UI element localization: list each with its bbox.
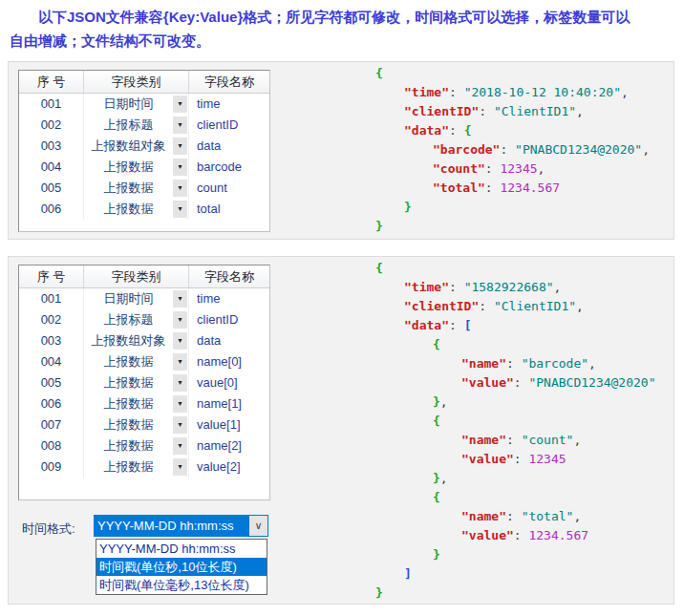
field-type-dropdown-button[interactable]: ▾ (173, 159, 187, 176)
json-token: : (506, 356, 522, 371)
json-code-line: "time": "2018-10-12 10:40:20", (375, 83, 650, 102)
field-type-dropdown-button[interactable]: ▾ (173, 117, 187, 134)
field-type-select[interactable]: 上报数据▾ (84, 178, 189, 199)
json-token: , (538, 161, 545, 176)
field-type-select[interactable]: 上报标题▾ (84, 309, 189, 330)
row-number: 009 (19, 457, 84, 478)
json-code-line: "value": 12345 (375, 450, 656, 469)
time-format-select[interactable]: YYYY-MM-DD hh:mm:ss ∨ (94, 515, 268, 537)
time-format-label: 时间格式: (22, 520, 75, 538)
table-row: 002上报标题▾clientID (19, 309, 269, 330)
table-row: 001日期时间▾time (19, 94, 269, 115)
json-code-line: "value": "PNABCD1234@2020" (375, 373, 656, 393)
field-name-input[interactable]: barcode (189, 157, 269, 178)
field-type-dropdown-button[interactable]: ▾ (173, 290, 187, 308)
json-token: , (554, 280, 562, 294)
field-name-input[interactable]: clientID (189, 309, 269, 330)
field-type-select[interactable]: 上报标题▾ (84, 115, 189, 136)
field-type-dropdown-button[interactable]: ▾ (173, 458, 187, 476)
json-code-line: { (375, 64, 650, 83)
time-format-option[interactable]: YYYY-MM-DD hh:mm:ss (96, 540, 267, 558)
json-code-line: }, (375, 393, 656, 412)
field-name-input[interactable]: vaue[0] (189, 372, 269, 393)
json-token: { (433, 337, 440, 351)
json-code-line: { (375, 488, 656, 507)
field-type-dropdown-button[interactable]: ▾ (173, 332, 187, 350)
row-number: 004 (19, 351, 84, 372)
json-token: "name" (461, 509, 506, 523)
fields-table: 序 号字段类别字段名称001日期时间▾time002上报标题▾clientID0… (18, 70, 270, 232)
row-number: 002 (19, 309, 84, 330)
field-name-input[interactable]: time (189, 94, 269, 115)
field-name-input[interactable]: value[2] (189, 457, 269, 478)
row-number: 007 (19, 414, 84, 435)
json-code-line: }, (375, 469, 656, 488)
json-token: [ (464, 318, 472, 332)
combo-dropdown-button[interactable]: ∨ (248, 516, 267, 536)
json-token: "value" (461, 528, 514, 542)
json-code-line: } (375, 545, 656, 564)
field-type-select[interactable]: 上报数据▾ (84, 199, 189, 220)
json-code-line: "total": 1234.567 (375, 179, 650, 198)
field-type-dropdown-button[interactable]: ▾ (173, 416, 187, 434)
field-name-input[interactable]: value[1] (189, 414, 269, 435)
time-format-option[interactable]: 时间戳(单位毫秒,13位长度) (96, 576, 267, 594)
json-token: : (506, 509, 522, 523)
field-type-dropdown-button[interactable]: ▾ (173, 96, 187, 113)
field-type-select[interactable]: 上报数组对象▾ (84, 136, 189, 157)
json-token: , (440, 394, 448, 409)
column-header: 字段类别 (84, 266, 189, 287)
json-token: ] (404, 566, 412, 581)
json-code-line: { (375, 412, 656, 431)
json-code-line: "data": { (375, 121, 650, 140)
intro-line-2: 自由增减；文件结构不可改变。 (10, 29, 678, 53)
field-name-input[interactable]: data (189, 330, 269, 351)
table-row: 008上报数据▾name[2] (19, 435, 269, 457)
field-type-dropdown-button[interactable]: ▾ (173, 138, 187, 155)
field-type-dropdown-button[interactable]: ▾ (173, 374, 187, 392)
field-name-input[interactable]: name[2] (189, 435, 269, 457)
row-number: 004 (19, 157, 84, 178)
field-type-dropdown-button[interactable]: ▾ (173, 311, 187, 329)
field-type-select[interactable]: 上报数据▾ (84, 157, 189, 178)
field-type-dropdown-button[interactable]: ▾ (173, 437, 187, 455)
field-name-input[interactable]: total (189, 199, 269, 220)
field-name-input[interactable]: clientID (189, 115, 269, 136)
json-token: { (433, 490, 440, 504)
field-type-select[interactable]: 日期时间▾ (84, 94, 189, 115)
time-format-option[interactable]: 时间戳(单位秒,10位长度) (96, 558, 267, 576)
field-type-select[interactable]: 上报数据▾ (84, 457, 189, 478)
field-type-dropdown-button[interactable]: ▾ (173, 201, 187, 218)
field-type-select[interactable]: 上报数据▾ (84, 393, 189, 414)
json-token: "name" (461, 433, 506, 447)
field-type-select[interactable]: 上报数据▾ (84, 414, 189, 435)
json-token: "value" (461, 375, 514, 390)
field-type-dropdown-button[interactable]: ▾ (173, 180, 187, 197)
table-row: 005上报数据▾count (19, 178, 269, 199)
json-token: "2018-10-12 10:40:20" (464, 85, 621, 99)
json-token: } (375, 585, 383, 600)
json-token: "total" (522, 509, 574, 523)
json-token: , (440, 471, 448, 485)
column-header: 字段名称 (189, 71, 269, 93)
field-type-select[interactable]: 上报数据▾ (84, 351, 189, 372)
row-number: 003 (19, 136, 84, 157)
field-name-input[interactable]: name[0] (189, 351, 269, 372)
field-name-input[interactable]: name[1] (189, 393, 269, 414)
json-token: , (588, 356, 596, 371)
field-name-input[interactable]: data (189, 136, 269, 157)
json-token: "ClientID1" (494, 104, 576, 118)
field-type-select[interactable]: 上报数据▾ (84, 372, 189, 393)
json-code-line: } (375, 217, 650, 236)
field-type-dropdown-button[interactable]: ▾ (173, 395, 187, 413)
json-token: "total" (433, 181, 485, 195)
field-type-select[interactable]: 上报数组对象▾ (84, 330, 189, 351)
field-name-input[interactable]: time (189, 288, 269, 309)
row-number: 005 (19, 372, 84, 393)
field-type-dropdown-button[interactable]: ▾ (173, 353, 187, 371)
json-code-line: "name": "barcode", (375, 354, 656, 373)
field-type-select[interactable]: 上报数据▾ (84, 435, 189, 457)
table-row: 003上报数组对象▾data (19, 136, 269, 157)
field-name-input[interactable]: count (189, 178, 269, 199)
field-type-select[interactable]: 日期时间▾ (84, 288, 189, 309)
